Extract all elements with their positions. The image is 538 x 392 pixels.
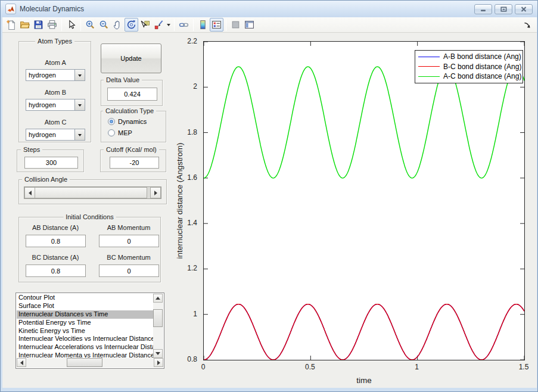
- legend-line-swatch: [418, 76, 440, 77]
- brush-dropdown-button[interactable]: [166, 18, 172, 32]
- rotate-3d-button[interactable]: [125, 18, 138, 32]
- link-icon: [179, 20, 189, 30]
- y-tick-labels: 0.811.21.41.61.822.2: [2, 41, 200, 360]
- toolbar-separator: [226, 19, 226, 31]
- insert-legend-button[interactable]: [210, 18, 223, 32]
- edit-plot-button[interactable]: [64, 18, 78, 32]
- legend-entry: A-C bond distance (Ang): [415, 71, 523, 82]
- insert-colorbar-button[interactable]: [196, 18, 210, 32]
- dock-figure-button[interactable]: [523, 21, 531, 29]
- data-cursor-button[interactable]: [138, 18, 152, 32]
- right-arrow-icon: [157, 360, 163, 365]
- link-plot-button[interactable]: [177, 18, 191, 32]
- figure-content: Atom Types Atom A hydrogen Atom B hydrog…: [2, 33, 537, 388]
- toolbar-separator: [174, 19, 175, 31]
- brush-icon: [154, 20, 164, 30]
- close-button[interactable]: [515, 4, 533, 14]
- y-tick-label: 1.4: [187, 219, 197, 227]
- legend-label: B-C bond distance (Ang): [443, 63, 521, 71]
- x-tick-label: 1: [415, 363, 419, 371]
- restore-button[interactable]: [495, 4, 512, 14]
- pan-button[interactable]: [111, 18, 125, 32]
- plot-canvas: [204, 42, 524, 360]
- plot-line: [204, 304, 524, 360]
- legend-icon: [212, 20, 222, 30]
- legend-entries: A-B bond distance (Ang)B-C bond distance…: [415, 52, 523, 82]
- new-figure-button[interactable]: [4, 18, 18, 32]
- data-cursor-icon: [140, 20, 150, 30]
- x-tick-label: 1.5: [519, 363, 529, 371]
- x-tick-label: 0.5: [305, 363, 315, 371]
- plot-line: [204, 67, 524, 178]
- toolbar-separator: [61, 19, 62, 31]
- window-controls: [474, 4, 535, 14]
- print-figure-button[interactable]: [45, 18, 59, 32]
- y-tick-label: 1.8: [187, 128, 197, 136]
- y-tick-label: 0.8: [187, 355, 197, 363]
- x-tick-labels: 00.511.5: [203, 363, 525, 371]
- y-tick-label: 1.2: [187, 264, 197, 272]
- rotate-3d-icon: [126, 20, 136, 30]
- legend-line-swatch: [418, 57, 440, 57]
- y-tick-label: 2.2: [187, 37, 197, 45]
- plot-line: [204, 304, 524, 360]
- toolbar-separator: [80, 19, 81, 31]
- x-tick-label: 0: [201, 363, 206, 371]
- matlab-logo-icon: [5, 4, 16, 14]
- y-tick-label: 2: [193, 82, 197, 91]
- plot-axes: A-B bond distance (Ang)B-C bond distance…: [203, 41, 525, 360]
- y-tick-label: 1: [193, 310, 197, 318]
- hide-plot-tools-button[interactable]: [229, 18, 242, 32]
- legend-label: A-B bond distance (Ang): [443, 52, 521, 61]
- legend-entry: A-B bond distance (Ang): [415, 52, 523, 62]
- new-file-icon: [6, 20, 16, 30]
- window-title: Molecular Dynamics: [20, 5, 84, 13]
- toolbar-separator: [193, 19, 194, 31]
- show-plot-tools-icon: [244, 20, 254, 30]
- legend-label: A-C bond distance (Ang): [443, 72, 521, 80]
- plot-legend[interactable]: A-B bond distance (Ang)B-C bond distance…: [415, 50, 523, 83]
- zoom-out-button[interactable]: [97, 18, 111, 32]
- figure-toolbar: [2, 17, 537, 33]
- pan-hand-icon: [113, 20, 123, 30]
- figure-window: Molecular Dynamics: [0, 0, 538, 392]
- colorbar-icon: [198, 20, 208, 30]
- save-icon: [33, 20, 43, 30]
- title-bar: Molecular Dynamics: [1, 1, 538, 17]
- legend-line-swatch: [418, 66, 440, 67]
- minimize-button[interactable]: [474, 4, 492, 14]
- arrow-cursor-icon: [66, 20, 76, 30]
- zoom-in-button[interactable]: [83, 18, 97, 32]
- legend-entry: B-C bond distance (Ang): [415, 62, 523, 72]
- zoom-in-icon: [85, 20, 95, 30]
- y-tick-label: 1.6: [187, 173, 197, 182]
- open-folder-icon: [20, 20, 30, 30]
- dock-arrow-icon: [523, 21, 531, 29]
- brush-data-button[interactable]: [152, 18, 166, 32]
- hide-plot-tools-icon: [231, 20, 241, 30]
- show-plot-tools-button[interactable]: [242, 18, 256, 32]
- zoom-out-icon: [99, 20, 109, 30]
- x-axis-label: time: [203, 376, 525, 385]
- printer-icon: [47, 20, 57, 30]
- open-file-button[interactable]: [18, 18, 32, 32]
- save-figure-button[interactable]: [32, 18, 45, 32]
- left-arrow-icon: [18, 360, 23, 365]
